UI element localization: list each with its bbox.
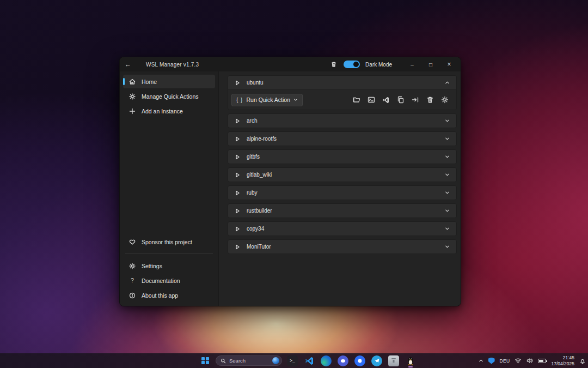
chevron-down-icon[interactable] — [445, 136, 456, 141]
sidebar-item-manage-quick-actions[interactable]: Manage Quick Actions — [123, 89, 215, 103]
discord-icon — [338, 355, 348, 366]
instance-name: arch — [247, 118, 257, 124]
instance-name: ubuntu — [247, 80, 264, 86]
taskbar-app-archive-jar[interactable] — [387, 354, 400, 367]
play-icon[interactable] — [228, 172, 247, 178]
sidebar-spacer — [122, 118, 216, 234]
instance-list: ubuntu { } Run Quick Action — [219, 71, 461, 306]
start-button[interactable] — [199, 354, 212, 367]
taskbar-app-linux-tux[interactable] — [404, 354, 417, 367]
delete-icon[interactable] — [426, 96, 434, 104]
play-icon[interactable] — [228, 244, 247, 250]
instance-row[interactable]: alpine-rootfs — [228, 132, 456, 146]
battery-icon[interactable] — [538, 359, 546, 363]
clock[interactable]: 21:45 17/04/2025 — [551, 355, 574, 366]
chevron-down-icon[interactable] — [445, 118, 456, 123]
instance-row[interactable]: copy34 — [228, 222, 456, 236]
sidebar-item-label: Sponsor this project — [142, 239, 192, 245]
chevron-down-icon[interactable] — [445, 244, 456, 249]
instance-row[interactable]: ubuntu — [228, 76, 456, 89]
security-shield-icon[interactable] — [488, 358, 495, 364]
chevron-up-icon[interactable] — [445, 80, 456, 85]
instance-row[interactable]: MoniTutor — [228, 240, 456, 254]
instance-name: gitlab_wiki — [247, 172, 272, 178]
info-icon — [128, 292, 136, 299]
instance-settings-icon[interactable] — [440, 96, 449, 104]
instance-actions — [352, 96, 451, 104]
play-icon[interactable] — [228, 136, 247, 142]
sidebar-item-label: Home — [142, 79, 157, 85]
export-icon[interactable] — [411, 96, 419, 104]
tray-date: 17/04/2025 — [551, 361, 574, 367]
close-button[interactable]: × — [440, 57, 458, 71]
question-icon: ? — [128, 277, 136, 283]
notification-bell-icon[interactable] — [579, 358, 586, 364]
play-icon[interactable] — [228, 80, 247, 86]
chevron-down-icon[interactable] — [445, 190, 456, 195]
telegram-icon — [371, 355, 382, 366]
instance-card-monitutor: MoniTutor — [228, 239, 457, 254]
instance-name: copy34 — [247, 226, 264, 232]
sidebar-item-settings[interactable]: Settings — [123, 259, 215, 273]
maximize-button[interactable]: □ — [421, 57, 440, 71]
taskbar: Search >_ — [0, 353, 588, 368]
play-icon[interactable] — [228, 226, 247, 232]
sidebar-item-add-instance[interactable]: Add an Instance — [123, 104, 215, 118]
instance-expanded-panel: { } Run Quick Action — [228, 89, 456, 110]
trash-icon[interactable] — [329, 60, 338, 69]
taskbar-app-edge[interactable] — [320, 354, 333, 367]
open-vscode-icon[interactable] — [382, 96, 390, 104]
open-terminal-icon[interactable] — [367, 96, 375, 104]
instance-name: gitbfs — [247, 154, 260, 160]
instance-card-arch: arch — [228, 113, 457, 128]
minimize-button[interactable]: – — [403, 57, 421, 71]
dark-mode-label: Dark Mode — [365, 62, 392, 68]
open-folder-icon[interactable] — [352, 96, 360, 104]
instance-card-gitlab-wiki: gitlab_wiki — [228, 167, 457, 182]
run-quick-action-button[interactable]: { } Run Quick Action — [231, 94, 303, 106]
linux-tux-icon — [406, 356, 415, 366]
sidebar-item-home[interactable]: Home — [123, 75, 215, 88]
copilot-sphere-icon — [272, 357, 279, 364]
language-indicator[interactable]: DEU — [500, 358, 510, 364]
instance-row[interactable]: ruby — [228, 186, 456, 200]
chevron-down-icon[interactable] — [445, 154, 456, 159]
edge-icon — [321, 355, 332, 366]
instance-row[interactable]: gitbfs — [228, 150, 456, 164]
wsl-manager-window: ← WSL Manager v1.7.3 Dark Mode – □ × — [119, 57, 461, 306]
dark-mode-toggle[interactable] — [344, 61, 360, 68]
instance-row[interactable]: rustbuilder — [228, 204, 456, 218]
taskbar-app-discord[interactable] — [336, 354, 350, 367]
sidebar-item-documentation[interactable]: ? Documentation — [123, 274, 215, 287]
taskbar-app-messenger[interactable] — [353, 354, 366, 367]
back-button[interactable]: ← — [120, 61, 136, 68]
sidebar-item-sponsor[interactable]: Sponsor this project — [123, 235, 215, 249]
wifi-icon[interactable] — [514, 358, 522, 364]
sidebar: Home Manage Quick Actions Add an Instanc… — [120, 71, 219, 306]
braces-icon: { } — [236, 97, 243, 103]
taskbar-app-telegram[interactable] — [370, 354, 383, 367]
chevron-down-icon[interactable] — [445, 172, 456, 177]
window-title: WSL Manager v1.7.3 — [146, 62, 199, 68]
play-icon[interactable] — [228, 208, 247, 214]
chevron-down-icon[interactable] — [445, 226, 456, 231]
play-icon[interactable] — [228, 154, 247, 160]
search-input[interactable]: Search — [216, 355, 282, 366]
tray-chevron-up-icon[interactable] — [479, 358, 483, 363]
chevron-down-icon — [293, 98, 298, 102]
sidebar-item-label: Add an Instance — [142, 108, 183, 114]
chevron-down-icon[interactable] — [445, 208, 456, 213]
duplicate-icon[interactable] — [396, 96, 405, 104]
sidebar-item-about[interactable]: About this app — [123, 288, 215, 302]
instance-row[interactable]: gitlab_wiki — [228, 168, 456, 182]
volume-icon[interactable] — [526, 358, 533, 364]
instance-name: MoniTutor — [247, 244, 271, 250]
play-icon[interactable] — [228, 190, 247, 196]
play-icon[interactable] — [228, 118, 247, 124]
tray-time: 21:45 — [551, 355, 574, 361]
taskbar-app-vscode[interactable] — [303, 354, 316, 367]
instance-row[interactable]: arch — [228, 114, 456, 128]
taskbar-app-windows-terminal[interactable]: >_ — [286, 354, 299, 367]
terminal-icon: >_ — [287, 355, 298, 366]
sidebar-item-label: Manage Quick Actions — [142, 93, 198, 100]
